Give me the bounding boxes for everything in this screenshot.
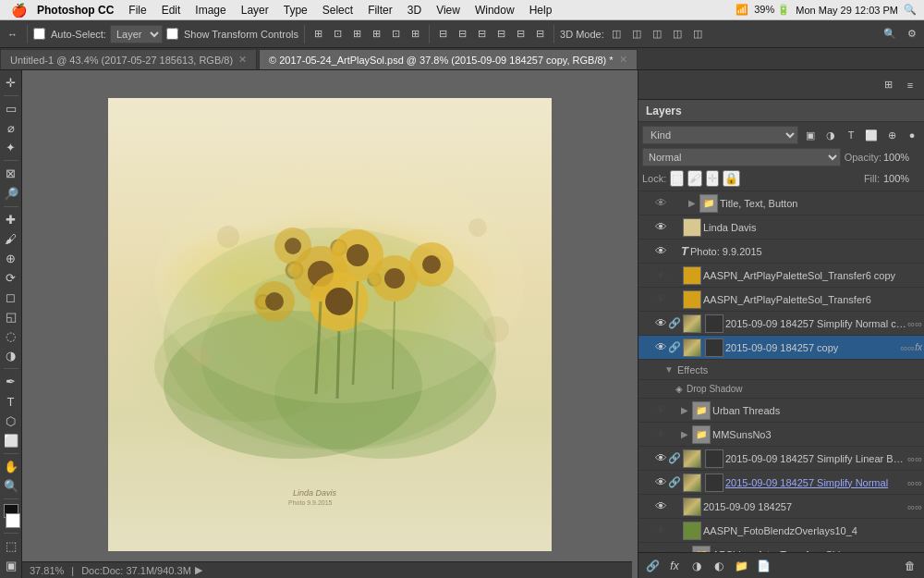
distribute3-btn[interactable]: ⊟ bbox=[474, 26, 490, 42]
tab-artplaysol[interactable]: © 2017-05-24_ArtPlaySol.psd @ 37.8% (201… bbox=[259, 49, 638, 69]
align-right-btn[interactable]: ⊞ bbox=[349, 26, 365, 42]
crop-tool[interactable]: ⊠ bbox=[2, 165, 20, 182]
distribute-btn[interactable]: ⊟ bbox=[435, 26, 451, 42]
layer-row[interactable]: 👁 🔗 2015-09-09 184257 Simplify Normal ∞∞ bbox=[638, 471, 924, 495]
lasso-tool[interactable]: ⌀ bbox=[2, 119, 20, 137]
auto-select-dropdown[interactable]: Layer Group bbox=[110, 25, 163, 43]
layer-row[interactable]: 👁 🔗 2015-09-09 184257 Simplify Normal co… bbox=[638, 312, 924, 336]
align-middle-btn[interactable]: ⊡ bbox=[388, 26, 404, 42]
menu-select[interactable]: Select bbox=[315, 2, 360, 18]
group-arrow[interactable]: ▶ bbox=[688, 198, 696, 208]
menu-edit[interactable]: Edit bbox=[154, 2, 188, 18]
align-top-btn[interactable]: ⊞ bbox=[369, 26, 384, 42]
panel-btn2[interactable]: ≡ bbox=[900, 75, 920, 95]
distribute2-btn[interactable]: ⊟ bbox=[455, 26, 470, 42]
layer-visibility-eye[interactable]: 👁 bbox=[653, 220, 668, 234]
add-mask-btn[interactable]: ◑ bbox=[688, 558, 705, 574]
tab-artplaysol-close[interactable]: ✕ bbox=[619, 54, 627, 66]
align-center-btn[interactable]: ⊡ bbox=[330, 26, 346, 42]
show-transform-checkbox[interactable] bbox=[166, 28, 178, 40]
hand-tool[interactable]: ✋ bbox=[2, 458, 20, 475]
tab-untitled-close[interactable]: ✕ bbox=[238, 54, 247, 66]
quick-mask-tool[interactable]: ⬚ bbox=[2, 537, 20, 555]
magic-wand-tool[interactable]: ✦ bbox=[2, 139, 20, 156]
layer-visibility-eye[interactable]: 👁 bbox=[653, 451, 668, 465]
expand-arrow[interactable]: ▶ bbox=[195, 564, 202, 576]
settings-toolbar-btn[interactable]: ⚙ bbox=[904, 26, 920, 42]
lock-position-btn[interactable]: ✛ bbox=[706, 170, 719, 187]
menu-view[interactable]: View bbox=[429, 2, 468, 18]
layer-visibility-eye[interactable]: 👁 bbox=[653, 244, 668, 258]
filter-pixel-btn[interactable]: ▣ bbox=[802, 127, 819, 143]
3d-btn2[interactable]: ◫ bbox=[628, 26, 645, 42]
filter-type-btn[interactable]: T bbox=[843, 127, 859, 143]
3d-btn1[interactable]: ◫ bbox=[608, 26, 625, 42]
layer-visibility-eye[interactable]: 👁 bbox=[653, 340, 668, 354]
background-color[interactable] bbox=[6, 513, 20, 527]
path-tool[interactable]: ⬡ bbox=[2, 412, 20, 430]
dodge-tool[interactable]: ◑ bbox=[2, 347, 20, 364]
marquee-tool[interactable]: ▭ bbox=[2, 100, 20, 117]
drop-shadow-row[interactable]: ◈ Drop Shadow bbox=[638, 380, 924, 399]
pen-tool[interactable]: ✒ bbox=[2, 373, 20, 390]
layer-row[interactable]: 👁 Linda Davis bbox=[638, 215, 924, 240]
layer-row[interactable]: 👁 ▶ 📁 Title, Text, Button bbox=[638, 191, 924, 215]
layer-visibility-eye[interactable]: 👁 bbox=[653, 268, 668, 282]
layer-row[interactable]: 👁 AASPN_ArtPlayPaletteSol_Transfer6 copy bbox=[638, 264, 924, 288]
history-brush-tool[interactable]: ⟳ bbox=[2, 269, 20, 287]
menu-window[interactable]: Window bbox=[468, 2, 522, 18]
layer-row[interactable]: 👁 2015-09-09 184257 ∞∞ bbox=[638, 495, 924, 519]
layer-visibility-eye[interactable]: 👁 bbox=[653, 427, 668, 441]
effects-arrow[interactable]: ▼ bbox=[664, 364, 674, 375]
eraser-tool[interactable]: ◻ bbox=[2, 289, 20, 306]
filter-smart-btn[interactable]: ⊕ bbox=[883, 127, 900, 143]
healing-tool[interactable]: ✚ bbox=[2, 211, 20, 228]
search-toolbar-btn[interactable]: 🔍 bbox=[880, 26, 900, 42]
move-tool-btn[interactable]: ↔ bbox=[4, 27, 21, 42]
layer-row[interactable]: 👁 ▶ 📁 APShine, ArtsyTransfers Shine bbox=[638, 543, 924, 552]
layer-row[interactable]: 👁 AASPN_FotoBlendzOverlays10_4 bbox=[638, 519, 924, 543]
new-layer-btn[interactable]: 📄 bbox=[755, 558, 772, 574]
lock-transparent-btn[interactable]: ⬚ bbox=[670, 170, 684, 187]
align-left-btn[interactable]: ⊞ bbox=[310, 26, 326, 42]
layer-kind-select[interactable]: Kind bbox=[642, 126, 798, 144]
filter-shape-btn[interactable]: ⬜ bbox=[863, 127, 880, 143]
menu-help[interactable]: Help bbox=[522, 2, 560, 18]
screen-mode-tool[interactable]: ▣ bbox=[2, 557, 20, 574]
filter-adj-btn[interactable]: ◑ bbox=[822, 127, 839, 143]
stamp-tool[interactable]: ⊕ bbox=[2, 250, 20, 267]
layer-visibility-eye[interactable]: 👁 bbox=[653, 292, 668, 306]
menu-layer[interactable]: Layer bbox=[234, 2, 276, 18]
blend-mode-select[interactable]: Normal Multiply Screen Overlay bbox=[642, 148, 841, 166]
layer-visibility-eye[interactable]: 👁 bbox=[653, 499, 668, 513]
3d-btn3[interactable]: ◫ bbox=[649, 26, 665, 42]
apple-menu[interactable]: 🍎 bbox=[0, 3, 37, 18]
layer-row[interactable]: 👁 ▶ 📁 Urban Threads bbox=[638, 399, 924, 423]
layer-row[interactable]: 👁 🔗 2015-09-09 184257 Simplify Linear Bu… bbox=[638, 447, 924, 471]
layer-visibility-eye[interactable]: 👁 bbox=[653, 403, 668, 417]
3d-btn5[interactable]: ◫ bbox=[689, 26, 706, 42]
tab-untitled[interactable]: Untitled-1 @ 43.4% (2017-05-27 185613, R… bbox=[0, 49, 257, 69]
lock-paint-btn[interactable]: 🖌 bbox=[687, 170, 702, 187]
delete-layer-btn[interactable]: 🗑 bbox=[902, 558, 918, 574]
blur-tool[interactable]: ◌ bbox=[2, 327, 20, 345]
text-tool[interactable]: T bbox=[2, 392, 20, 410]
menu-type[interactable]: Type bbox=[276, 2, 315, 18]
auto-select-checkbox[interactable] bbox=[33, 28, 45, 40]
menu-filter[interactable]: Filter bbox=[360, 2, 400, 18]
brush-tool[interactable]: 🖌 bbox=[2, 230, 20, 248]
group-arrow[interactable]: ▶ bbox=[681, 429, 688, 439]
layer-row[interactable]: 👁 AASPN_ArtPlayPaletteSol_Transfer6 bbox=[638, 288, 924, 312]
layer-row[interactable]: 👁 T Photo: 9.9.2015 bbox=[638, 240, 924, 264]
layer-row[interactable]: 👁 ▶ 📁 MMSunsNo3 bbox=[638, 423, 924, 447]
add-adjustment-btn[interactable]: ◐ bbox=[711, 558, 727, 574]
search-icon[interactable]: 🔍 bbox=[904, 4, 917, 16]
layer-visibility-eye[interactable]: 👁 bbox=[653, 316, 668, 330]
distribute6-btn[interactable]: ⊟ bbox=[532, 26, 548, 42]
layer-visibility-eye[interactable]: 👁 bbox=[653, 475, 668, 489]
menu-image[interactable]: Image bbox=[188, 2, 233, 18]
menu-file[interactable]: File bbox=[121, 2, 153, 18]
gradient-tool[interactable]: ◱ bbox=[2, 308, 20, 326]
lock-all-btn[interactable]: 🔒 bbox=[723, 170, 740, 187]
layer-visibility-eye[interactable]: 👁 bbox=[653, 523, 668, 537]
